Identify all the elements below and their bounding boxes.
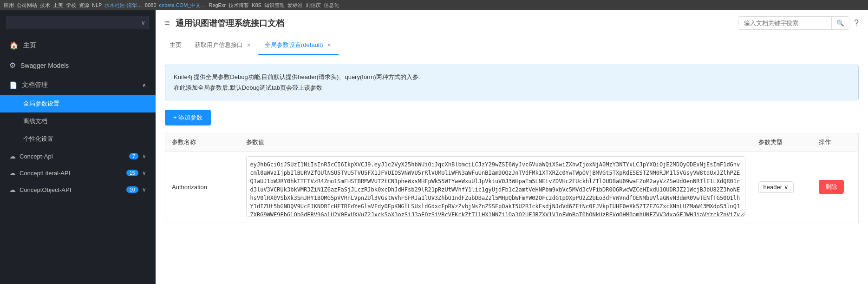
sidebar-item-swagger[interactable]: ⚙ Swagger Models xyxy=(0,55,156,75)
tab-home[interactable]: 主页 xyxy=(163,36,188,55)
params-table-header: 参数名称 参数值 参数类型 操作 xyxy=(165,133,859,151)
sidebar-search-chevron[interactable]: ∨ xyxy=(141,20,145,26)
bookmark-nlp[interactable]: NLP xyxy=(92,2,102,8)
sidebar-sub-personalization-label: 个性化设置 xyxy=(23,135,53,143)
sidebar: default ∨ 🏠 主页 ⚙ Swagger Models 📄 文档管理 ∧… xyxy=(0,10,156,284)
info-banner: Knife4j 提供全局参数Debug功能,目前默认提供header(请求头)、… xyxy=(165,65,859,100)
bookmark-regexr[interactable]: RegExr xyxy=(209,2,226,8)
delete-button[interactable]: 删除 xyxy=(819,180,844,194)
param-type-cell: header ∨ xyxy=(752,151,812,223)
sidebar-api-concept-badge: 7 xyxy=(129,153,138,159)
cloud-icon-concept-object: ☁ xyxy=(9,186,16,193)
param-value-textarea[interactable] xyxy=(246,156,745,217)
bookmark-knowledge[interactable]: 知识管理 xyxy=(264,2,285,9)
bookmark-shuimu[interactable]: 水木社区-清华… xyxy=(104,2,142,9)
header-search-box: 🔍 xyxy=(738,16,849,30)
content-area: Knife4j 提供全局参数Debug功能,目前默认提供header(请求头)、… xyxy=(156,55,868,284)
bookmark-cnbeta[interactable]: cnbeta.COM_中文… xyxy=(159,2,206,9)
cloud-icon-concept: ☁ xyxy=(9,152,16,160)
bookmark-k8s[interactable]: K8S xyxy=(252,2,261,8)
param-type-chevron-icon: ∨ xyxy=(784,184,789,191)
sidebar-search-input[interactable]: default xyxy=(7,16,149,29)
sidebar-item-home[interactable]: 🏠 主页 xyxy=(0,35,156,55)
main-content: ≡ 通用识图谱管理系统接口文档 🔍 ? 主页 获取用户信息接口 ✕ 全局参数设置… xyxy=(156,10,868,284)
tab-global-params-close[interactable]: ✕ xyxy=(326,42,332,49)
info-banner-line1: Knife4j 提供全局参数Debug功能,目前默认提供header(请求头)、… xyxy=(174,72,850,82)
tab-home-label: 主页 xyxy=(170,41,182,49)
bookmark-shangmei[interactable]: 上美 xyxy=(53,2,63,9)
doc-icon: 📄 xyxy=(9,81,17,89)
col-header-type: 参数类型 xyxy=(752,133,812,151)
header-search-input[interactable] xyxy=(738,17,831,29)
sidebar-group-doc-label: 文档管理 xyxy=(22,81,48,89)
sidebar-api-concept-literal[interactable]: ☁ ConceptLiteral-API 15 ∨ xyxy=(0,165,156,181)
params-table: 参数名称 参数值 参数类型 操作 Authorization xyxy=(165,133,859,223)
tab-user-info-label: 获取用户信息接口 xyxy=(195,41,243,49)
tabs-bar: 主页 获取用户信息接口 ✕ 全局参数设置(default) ✕ xyxy=(156,36,868,55)
col-header-name: 参数名称 xyxy=(165,133,240,151)
concept-literal-chevron-icon: ∨ xyxy=(142,170,146,176)
param-name-value: Authorization xyxy=(172,184,207,191)
bookmark-liuxinqing[interactable]: 刘信庆 xyxy=(306,2,321,9)
menu-icon[interactable]: ≡ xyxy=(165,18,170,28)
params-table-body: Authorization header ∨ 删除 xyxy=(165,151,859,223)
help-button[interactable]: ? xyxy=(854,18,859,28)
param-type-select[interactable]: header ∨ xyxy=(758,181,794,193)
header-search-button[interactable]: 🔍 xyxy=(831,17,849,29)
sidebar-api-concept-object[interactable]: ☁ ConceptObject-API 10 ∨ xyxy=(0,181,156,198)
sidebar-api-concept-label: Concept-Api xyxy=(20,153,53,160)
bookmark-standards[interactable]: 爱标准 xyxy=(287,2,303,9)
tab-global-params-label: 全局参数设置(default) xyxy=(265,41,323,49)
sidebar-api-concept-object-label: ConceptObject-API xyxy=(20,186,71,193)
add-param-label: + 添加参数 xyxy=(173,113,202,122)
add-param-button[interactable]: + 添加参数 xyxy=(165,110,211,125)
concept-api-chevron-icon: ∨ xyxy=(142,153,146,159)
param-action-cell: 删除 xyxy=(812,151,859,223)
home-icon: 🏠 xyxy=(9,41,19,50)
sidebar-api-concept-object-badge: 10 xyxy=(126,186,138,193)
sidebar-search-section: default ∨ xyxy=(0,10,156,35)
bookmark-apps[interactable]: 应用 xyxy=(4,2,14,9)
col-header-action: 操作 xyxy=(812,133,859,151)
col-header-value: 参数值 xyxy=(240,133,752,151)
sidebar-api-concept-literal-badge: 15 xyxy=(126,170,138,176)
bookmark-bar: 应用 公司网站 技术 上美 学校 资源 NLP 水木社区-清华… 8080 cn… xyxy=(0,0,868,10)
sidebar-sub-global-params[interactable]: 全局参数设置 xyxy=(0,95,156,112)
cloud-icon-concept-literal: ☁ xyxy=(9,169,16,177)
doc-group-chevron-icon: ∧ xyxy=(142,82,146,88)
bookmark-resources[interactable]: 资源 xyxy=(79,2,89,9)
sidebar-group-doc-management[interactable]: 📄 文档管理 ∧ xyxy=(0,75,156,95)
app-layout: default ∨ 🏠 主页 ⚙ Swagger Models 📄 文档管理 ∧… xyxy=(0,10,868,284)
sidebar-item-swagger-label: Swagger Models xyxy=(20,62,69,69)
param-name-cell: Authorization xyxy=(165,151,240,223)
bookmark-tech[interactable]: 技术 xyxy=(40,2,50,9)
info-banner-line2: 在此添加全局参数后,默认Debug调试tab页会带上该参数 xyxy=(174,82,850,93)
sidebar-sub-personalization[interactable]: 个性化设置 xyxy=(0,130,156,148)
bookmark-school[interactable]: 学校 xyxy=(66,2,76,9)
param-value-cell xyxy=(240,151,752,223)
tab-user-info[interactable]: 获取用户信息接口 ✕ xyxy=(188,36,258,55)
tab-user-info-close[interactable]: ✕ xyxy=(246,42,252,49)
param-type-value: header xyxy=(764,184,782,191)
swagger-icon: ⚙ xyxy=(9,61,16,70)
bookmark-company[interactable]: 公司网站 xyxy=(17,2,37,9)
sidebar-api-concept-literal-label: ConceptLiteral-API xyxy=(20,170,70,177)
tab-global-params[interactable]: 全局参数设置(default) ✕ xyxy=(258,36,339,55)
table-row: Authorization header ∨ 删除 xyxy=(165,151,859,223)
concept-object-chevron-icon: ∨ xyxy=(142,186,146,193)
sidebar-item-home-label: 主页 xyxy=(23,41,36,50)
main-header: ≡ 通用识图谱管理系统接口文档 🔍 ? xyxy=(156,10,868,36)
sidebar-api-concept[interactable]: ☁ Concept-Api 7 ∨ xyxy=(0,148,156,165)
bookmark-informatization[interactable]: 信息化 xyxy=(324,2,339,9)
sidebar-sub-offline-docs[interactable]: 离线文档 xyxy=(0,112,156,130)
sidebar-sub-global-params-label: 全局参数设置 xyxy=(23,99,59,108)
table-header-row: 参数名称 参数值 参数类型 操作 xyxy=(165,133,859,151)
bookmark-techblog[interactable]: 技术博客 xyxy=(228,2,249,9)
sidebar-search-wrapper: default ∨ xyxy=(7,16,149,29)
sidebar-sub-offline-docs-label: 离线文档 xyxy=(23,117,47,125)
page-title: 通用识图谱管理系统接口文档 xyxy=(176,18,738,29)
bookmark-8080[interactable]: 8080 xyxy=(145,2,156,8)
